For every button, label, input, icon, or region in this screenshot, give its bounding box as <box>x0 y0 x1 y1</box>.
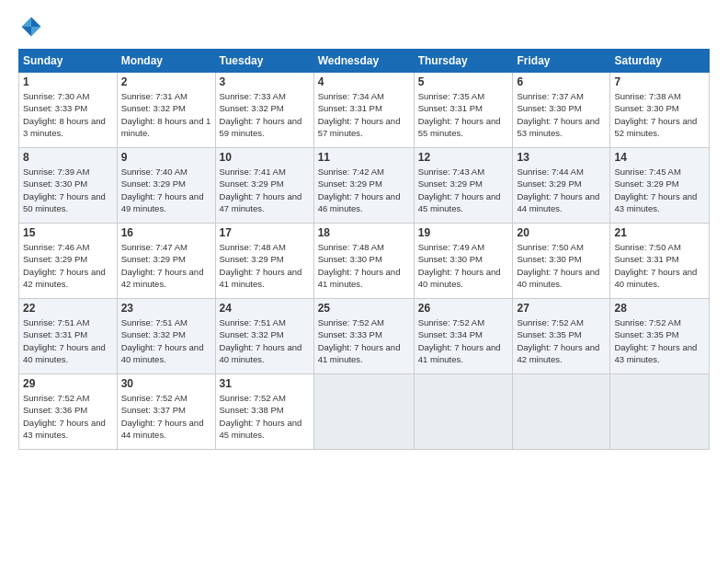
weekday-header: Tuesday <box>215 50 313 73</box>
day-info: Sunrise: 7:37 AM Sunset: 3:30 PM Dayligh… <box>517 90 606 139</box>
day-info: Sunrise: 7:46 AM Sunset: 3:29 PM Dayligh… <box>23 241 113 290</box>
calendar-cell: 27 Sunrise: 7:52 AM Sunset: 3:35 PM Dayl… <box>513 299 610 374</box>
calendar-cell: 15 Sunrise: 7:46 AM Sunset: 3:29 PM Dayl… <box>19 224 118 299</box>
calendar-cell: 18 Sunrise: 7:48 AM Sunset: 3:30 PM Dayl… <box>313 224 414 299</box>
day-number: 16 <box>121 226 211 239</box>
calendar-cell: 10 Sunrise: 7:41 AM Sunset: 3:29 PM Dayl… <box>215 148 313 224</box>
day-info: Sunrise: 7:51 AM Sunset: 3:31 PM Dayligh… <box>23 316 113 365</box>
day-number: 14 <box>614 151 705 164</box>
day-info: Sunrise: 7:51 AM Sunset: 3:32 PM Dayligh… <box>121 316 211 365</box>
day-number: 21 <box>614 226 705 239</box>
day-info: Sunrise: 7:44 AM Sunset: 3:29 PM Dayligh… <box>517 166 606 214</box>
day-number: 9 <box>121 151 211 164</box>
calendar-cell <box>610 374 710 450</box>
calendar-cell: 13 Sunrise: 7:44 AM Sunset: 3:29 PM Dayl… <box>513 148 610 224</box>
calendar-cell <box>313 374 414 450</box>
logo-icon <box>18 14 44 40</box>
day-info: Sunrise: 7:48 AM Sunset: 3:30 PM Dayligh… <box>318 241 410 290</box>
day-info: Sunrise: 7:43 AM Sunset: 3:29 PM Dayligh… <box>418 166 509 214</box>
calendar-cell: 21 Sunrise: 7:50 AM Sunset: 3:31 PM Dayl… <box>610 224 710 299</box>
day-info: Sunrise: 7:39 AM Sunset: 3:30 PM Dayligh… <box>23 166 113 214</box>
calendar-cell: 22 Sunrise: 7:51 AM Sunset: 3:31 PM Dayl… <box>19 299 118 374</box>
day-info: Sunrise: 7:42 AM Sunset: 3:29 PM Dayligh… <box>318 166 410 214</box>
calendar-cell: 9 Sunrise: 7:40 AM Sunset: 3:29 PM Dayli… <box>117 148 215 224</box>
calendar-cell: 30 Sunrise: 7:52 AM Sunset: 3:37 PM Dayl… <box>117 374 215 450</box>
day-info: Sunrise: 7:52 AM Sunset: 3:33 PM Dayligh… <box>318 316 410 365</box>
weekday-header: Sunday <box>19 50 118 73</box>
calendar-cell: 6 Sunrise: 7:37 AM Sunset: 3:30 PM Dayli… <box>513 73 610 148</box>
day-number: 27 <box>517 302 606 315</box>
calendar-week-row: 22 Sunrise: 7:51 AM Sunset: 3:31 PM Dayl… <box>19 299 710 374</box>
page: SundayMondayTuesdayWednesdayThursdayFrid… <box>0 0 728 563</box>
svg-marker-2 <box>22 17 32 28</box>
weekday-header: Saturday <box>610 50 710 73</box>
day-number: 25 <box>318 302 410 315</box>
day-number: 1 <box>23 75 113 88</box>
calendar-cell: 3 Sunrise: 7:33 AM Sunset: 3:32 PM Dayli… <box>215 73 313 148</box>
day-info: Sunrise: 7:45 AM Sunset: 3:29 PM Dayligh… <box>614 166 705 214</box>
day-info: Sunrise: 7:52 AM Sunset: 3:38 PM Dayligh… <box>220 392 310 441</box>
day-info: Sunrise: 7:50 AM Sunset: 3:30 PM Dayligh… <box>517 241 606 290</box>
calendar-cell: 24 Sunrise: 7:51 AM Sunset: 3:32 PM Dayl… <box>215 299 313 374</box>
calendar-cell <box>513 374 610 450</box>
day-info: Sunrise: 7:52 AM Sunset: 3:35 PM Dayligh… <box>614 316 705 365</box>
calendar-week-row: 1 Sunrise: 7:30 AM Sunset: 3:33 PM Dayli… <box>19 73 710 148</box>
calendar-cell: 16 Sunrise: 7:47 AM Sunset: 3:29 PM Dayl… <box>117 224 215 299</box>
day-number: 7 <box>614 75 705 88</box>
day-number: 31 <box>220 377 310 390</box>
day-info: Sunrise: 7:52 AM Sunset: 3:36 PM Dayligh… <box>23 392 113 441</box>
calendar-cell: 31 Sunrise: 7:52 AM Sunset: 3:38 PM Dayl… <box>215 374 313 450</box>
weekday-header: Wednesday <box>313 50 414 73</box>
day-number: 26 <box>418 302 509 315</box>
svg-marker-0 <box>31 17 41 28</box>
day-number: 8 <box>23 151 113 164</box>
calendar-cell: 29 Sunrise: 7:52 AM Sunset: 3:36 PM Dayl… <box>19 374 118 450</box>
day-number: 12 <box>418 151 509 164</box>
day-number: 15 <box>23 226 113 239</box>
day-number: 24 <box>220 302 310 315</box>
calendar-cell: 7 Sunrise: 7:38 AM Sunset: 3:30 PM Dayli… <box>610 73 710 148</box>
day-info: Sunrise: 7:38 AM Sunset: 3:30 PM Dayligh… <box>614 90 705 139</box>
weekday-header: Monday <box>117 50 215 73</box>
calendar-cell: 20 Sunrise: 7:50 AM Sunset: 3:30 PM Dayl… <box>513 224 610 299</box>
day-number: 20 <box>517 226 606 239</box>
calendar-cell: 12 Sunrise: 7:43 AM Sunset: 3:29 PM Dayl… <box>414 148 513 224</box>
calendar-table: SundayMondayTuesdayWednesdayThursdayFrid… <box>18 49 710 450</box>
day-number: 3 <box>220 75 310 88</box>
day-number: 29 <box>23 377 113 390</box>
day-info: Sunrise: 7:34 AM Sunset: 3:31 PM Dayligh… <box>318 90 410 139</box>
day-info: Sunrise: 7:41 AM Sunset: 3:29 PM Dayligh… <box>220 166 310 214</box>
weekday-header: Friday <box>513 50 610 73</box>
calendar-cell: 17 Sunrise: 7:48 AM Sunset: 3:29 PM Dayl… <box>215 224 313 299</box>
logo <box>18 14 48 40</box>
calendar-cell: 25 Sunrise: 7:52 AM Sunset: 3:33 PM Dayl… <box>313 299 414 374</box>
calendar-week-row: 29 Sunrise: 7:52 AM Sunset: 3:36 PM Dayl… <box>19 374 710 450</box>
calendar-cell: 19 Sunrise: 7:49 AM Sunset: 3:30 PM Dayl… <box>414 224 513 299</box>
day-info: Sunrise: 7:52 AM Sunset: 3:37 PM Dayligh… <box>121 392 211 441</box>
day-info: Sunrise: 7:50 AM Sunset: 3:31 PM Dayligh… <box>614 241 705 290</box>
day-number: 5 <box>418 75 509 88</box>
day-info: Sunrise: 7:35 AM Sunset: 3:31 PM Dayligh… <box>418 90 509 139</box>
svg-marker-1 <box>31 27 41 37</box>
day-number: 11 <box>318 151 410 164</box>
header <box>18 14 710 40</box>
calendar-cell: 23 Sunrise: 7:51 AM Sunset: 3:32 PM Dayl… <box>117 299 215 374</box>
day-number: 17 <box>220 226 310 239</box>
calendar-week-row: 15 Sunrise: 7:46 AM Sunset: 3:29 PM Dayl… <box>19 224 710 299</box>
day-number: 19 <box>418 226 509 239</box>
calendar-cell: 28 Sunrise: 7:52 AM Sunset: 3:35 PM Dayl… <box>610 299 710 374</box>
calendar-cell: 1 Sunrise: 7:30 AM Sunset: 3:33 PM Dayli… <box>19 73 118 148</box>
svg-marker-3 <box>22 27 32 37</box>
day-number: 10 <box>220 151 310 164</box>
calendar-cell: 14 Sunrise: 7:45 AM Sunset: 3:29 PM Dayl… <box>610 148 710 224</box>
day-info: Sunrise: 7:52 AM Sunset: 3:34 PM Dayligh… <box>418 316 509 365</box>
calendar-cell: 26 Sunrise: 7:52 AM Sunset: 3:34 PM Dayl… <box>414 299 513 374</box>
day-number: 6 <box>517 75 606 88</box>
calendar-week-row: 8 Sunrise: 7:39 AM Sunset: 3:30 PM Dayli… <box>19 148 710 224</box>
day-number: 28 <box>614 302 705 315</box>
day-number: 2 <box>121 75 211 88</box>
day-number: 18 <box>318 226 410 239</box>
day-number: 23 <box>121 302 211 315</box>
day-number: 13 <box>517 151 606 164</box>
calendar-cell <box>414 374 513 450</box>
